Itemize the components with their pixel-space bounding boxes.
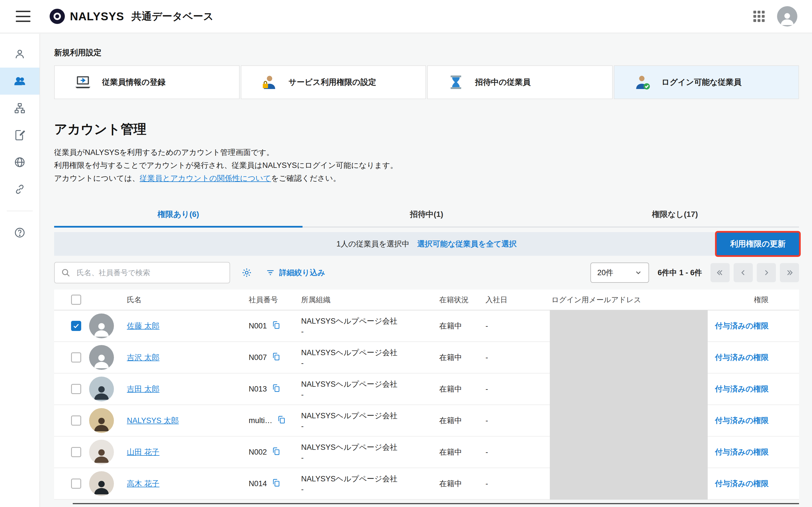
employee-name-link[interactable]: 高木 花子: [127, 480, 160, 488]
tab-with-permission[interactable]: 権限あり(6): [54, 204, 303, 226]
pagination: [711, 263, 799, 282]
setup-steps: 従業員情報の登録 サービス利用権限の設定 招待中の従業員 ログイン可能な従業員: [54, 65, 799, 99]
enrollment-status: 在籍中: [439, 321, 486, 331]
page-description: 従業員がNALYSYSを利用するためのアカウント管理画面です。 利用権限を付与す…: [54, 146, 799, 185]
copy-icon[interactable]: [277, 415, 286, 426]
main-content: 新規利用設定 従業員情報の登録 サービス利用権限の設定 招待中の従業員 ログイン…: [41, 34, 812, 507]
step-service-permission[interactable]: サービス利用権限の設定: [241, 65, 426, 99]
logo[interactable]: NALYSYS 共通データベース: [50, 9, 214, 24]
row-checkbox[interactable]: [71, 447, 81, 457]
avatar: [89, 345, 114, 370]
col-header-email: ログイン用メールアドレス: [552, 295, 711, 305]
copy-icon[interactable]: [271, 321, 281, 332]
last-page-icon: [785, 268, 794, 277]
employee-name-link[interactable]: 吉沢 太郎: [127, 353, 160, 362]
row-checkbox[interactable]: [71, 352, 81, 362]
laptop-icon: [73, 73, 93, 91]
select-all-link[interactable]: 選択可能な従業員を全て選択: [417, 240, 517, 248]
search-input[interactable]: [75, 268, 223, 278]
sidebar-item-employees[interactable]: [0, 68, 40, 95]
employee-name-link[interactable]: 山田 花子: [127, 448, 160, 456]
select-all-checkbox[interactable]: [71, 295, 81, 305]
row-checkbox[interactable]: [71, 478, 81, 489]
last-page-button[interactable]: [780, 263, 799, 282]
next-page-icon: [762, 268, 771, 277]
enrollment-status: 在籍中: [439, 447, 486, 457]
join-date: -: [486, 322, 552, 330]
permission-link[interactable]: 付与済みの権限: [715, 448, 769, 456]
sidebar-item-organization[interactable]: [0, 95, 40, 122]
copy-icon[interactable]: [271, 478, 281, 489]
col-header-name: 氏名: [127, 295, 249, 305]
row-checkbox[interactable]: [71, 384, 81, 394]
selection-status: 1人の従業員を選択中: [336, 240, 409, 248]
brand-name: NALYSYS: [70, 10, 124, 23]
result-range: 6件中 1 - 6件: [658, 268, 702, 278]
copy-icon[interactable]: [271, 447, 281, 458]
organization: NALYSYSヘルプページ会社: [301, 348, 439, 358]
first-page-button[interactable]: [711, 263, 730, 282]
chevron-down-icon: [635, 269, 642, 277]
organization: NALYSYSヘルプページ会社: [301, 411, 439, 421]
employee-number: N014: [249, 480, 267, 488]
join-date: -: [486, 448, 552, 457]
sidebar-item-help[interactable]: [0, 219, 40, 246]
tab-without-permission[interactable]: 権限なし(17): [551, 204, 799, 226]
row-checkbox[interactable]: [71, 321, 81, 331]
update-permission-button[interactable]: 利用権限の更新: [717, 233, 799, 255]
organization: NALYSYSヘルプページ会社: [301, 442, 439, 452]
sidebar-item-global[interactable]: [0, 149, 40, 176]
advanced-filter[interactable]: 詳細絞り込み: [266, 268, 325, 278]
table-header-row: 氏名 社員番号 所属組織 在籍状況 入社日 ログイン用メールアドレス 権限: [54, 290, 799, 311]
employee-name-link[interactable]: 佐藤 太郎: [127, 322, 160, 330]
organization-sub: -: [301, 359, 439, 368]
step-invited-employees[interactable]: 招待中の従業員: [427, 65, 613, 99]
employee-number: N007: [249, 353, 267, 362]
partial-next-row-edge: [73, 503, 799, 504]
search-settings-button[interactable]: [241, 267, 252, 278]
copy-icon[interactable]: [271, 384, 281, 395]
hamburger-menu-icon[interactable]: [16, 11, 31, 22]
col-header-org: 所属組織: [301, 295, 439, 305]
enrollment-status: 在籍中: [439, 478, 486, 489]
organization: NALYSYSヘルプページ会社: [301, 474, 439, 484]
redacted-email-block: [550, 311, 708, 500]
avatar-photo: [89, 471, 114, 496]
sidebar-item-profile[interactable]: [0, 41, 40, 68]
permission-link[interactable]: 付与済みの権限: [715, 385, 769, 393]
permission-link[interactable]: 付与済みの権限: [715, 353, 769, 362]
next-page-button[interactable]: [757, 263, 776, 282]
permission-link[interactable]: 付与済みの権限: [715, 322, 769, 330]
employee-name-link[interactable]: 吉田 太郎: [127, 385, 160, 393]
sidebar-item-links[interactable]: [0, 176, 40, 203]
person-lock-icon: [260, 73, 279, 91]
avatar-photo: [89, 440, 114, 464]
account-relation-link[interactable]: 従業員とアカウントの関係性について: [140, 174, 271, 182]
person-check-icon: [633, 73, 652, 91]
tab-invited[interactable]: 招待中(1): [303, 204, 551, 226]
step-label: 招待中の従業員: [475, 77, 530, 88]
organization: NALYSYSヘルプページ会社: [301, 379, 439, 389]
product-name: 共通データベース: [132, 10, 213, 23]
step-login-enabled-employees[interactable]: ログイン可能な従業員: [614, 65, 799, 99]
copy-icon[interactable]: [271, 352, 281, 363]
page-size-select[interactable]: 20件: [591, 263, 649, 283]
document-edit-icon: [13, 129, 26, 142]
apps-grid-icon[interactable]: [753, 11, 765, 22]
step-register-employee[interactable]: 従業員情報の登録: [54, 65, 240, 99]
nalysys-logo-icon: [50, 9, 65, 24]
help-icon: [13, 226, 26, 239]
prev-page-button[interactable]: [733, 263, 753, 282]
permission-link[interactable]: 付与済みの権限: [715, 416, 769, 425]
sidebar-item-applications[interactable]: [0, 122, 40, 149]
permission-link[interactable]: 付与済みの権限: [715, 480, 769, 488]
employee-name-link[interactable]: NALYSYS 太郎: [127, 416, 179, 425]
tab-bar: 権限あり(6) 招待中(1) 権限なし(17): [54, 204, 799, 228]
organization: NALYSYSヘルプページ会社: [301, 316, 439, 326]
row-checkbox[interactable]: [71, 415, 81, 426]
organization-sub: -: [301, 453, 439, 462]
user-avatar[interactable]: [777, 6, 797, 26]
enrollment-status: 在籍中: [439, 384, 486, 394]
first-page-icon: [716, 268, 725, 277]
description-line-2: 利用権限を付与することでアカウントが発行され、従業員はNALYSYSにログイン可…: [54, 159, 799, 172]
